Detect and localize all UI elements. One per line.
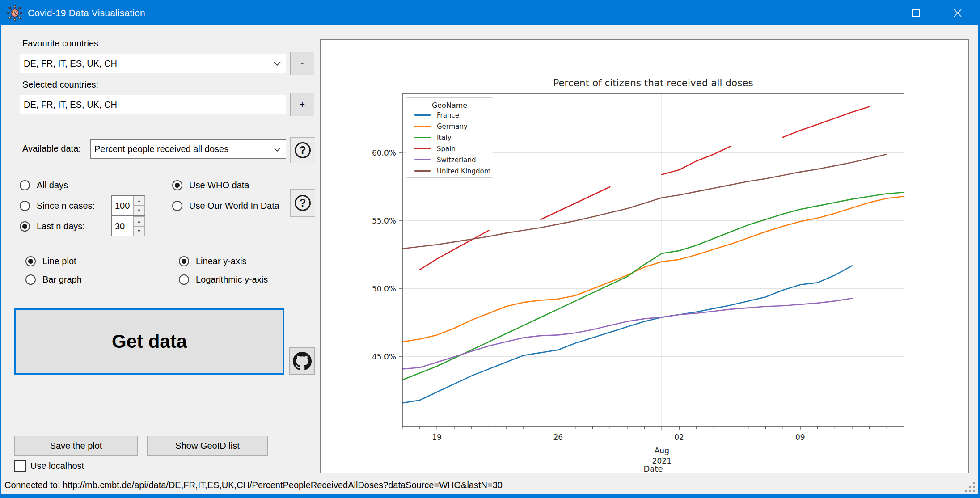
legend-swatch <box>414 148 431 149</box>
radio-row-log-y: Logarithmic y-axis <box>179 274 268 286</box>
line-plot-label: Line plot <box>42 256 76 266</box>
legend-swatch <box>414 114 431 116</box>
radio-row-bar-graph: Bar graph <box>25 274 82 286</box>
log-y-axis-radio[interactable] <box>179 274 189 285</box>
spinner-up-icon[interactable]: ▲ <box>133 196 145 206</box>
chart-panel: Percent of citizens that received all do… <box>320 39 969 473</box>
data-help-button[interactable]: ? <box>290 137 315 163</box>
use-owid-radio[interactable] <box>172 201 182 211</box>
linear-y-axis-label: Linear y-axis <box>196 256 246 266</box>
selected-countries-input[interactable] <box>20 95 286 114</box>
close-button[interactable] <box>937 0 978 25</box>
radio-row-owid: Use Our World In Data <box>172 200 279 212</box>
last-n-days-label: Last n days: <box>37 221 85 232</box>
radio-row-since-n-cases: Since n cases: <box>20 200 95 212</box>
localhost-row: Use localhost <box>14 460 84 472</box>
linear-y-axis-radio[interactable] <box>179 256 189 266</box>
radio-row-line-plot: Line plot <box>25 255 76 267</box>
legend-label: United Kingdom <box>437 167 490 175</box>
svg-text:50.0%: 50.0% <box>372 284 396 293</box>
favourite-countries-combobox[interactable]: DE, FR, IT, ES, UK, CH <box>20 54 286 73</box>
save-plot-button[interactable]: Save the plot <box>14 436 138 456</box>
all-days-label: All days <box>37 180 68 190</box>
svg-text:60.0%: 60.0% <box>372 148 396 157</box>
line-plot-radio[interactable] <box>25 256 36 266</box>
use-localhost-label: Use localhost <box>30 461 84 471</box>
since-n-cases-spinner[interactable]: 100 ▲▼ <box>111 195 145 216</box>
question-mark-icon: ? <box>295 195 311 211</box>
get-data-button[interactable]: Get data <box>14 308 284 375</box>
window-title: Covid-19 Data Visualisation <box>28 8 145 18</box>
bar-graph-radio[interactable] <box>25 274 36 285</box>
bar-graph-label: Bar graph <box>42 274 82 285</box>
legend-item: Germany <box>406 121 493 132</box>
legend-item: United Kingdom <box>406 165 493 177</box>
virus-icon <box>7 5 22 21</box>
legend-item: France <box>406 110 493 121</box>
available-data-value: Percent people received all doses <box>94 144 228 154</box>
spinner-down-icon[interactable]: ▼ <box>133 206 145 215</box>
svg-text:Date: Date <box>643 464 663 473</box>
chart-legend: GeoName FranceGermanyItalySpainSwitzerla… <box>406 97 493 178</box>
svg-text:55.0%: 55.0% <box>372 216 396 225</box>
spinner-up-icon[interactable]: ▲ <box>133 216 145 226</box>
last-n-days-value: 30 <box>112 216 133 236</box>
svg-text:Percent of citizens that recei: Percent of citizens that received all do… <box>553 77 753 89</box>
use-who-data-label: Use WHO data <box>189 180 249 190</box>
selected-countries-label: Selected countries: <box>22 80 98 90</box>
github-icon <box>293 352 312 371</box>
legend-swatch <box>414 159 431 160</box>
legend-label: Italy <box>437 134 452 142</box>
legend-swatch <box>414 170 431 172</box>
add-country-button[interactable]: + <box>290 93 314 116</box>
available-data-combobox[interactable]: Percent people received all doses <box>90 139 286 159</box>
legend-item: Switzerland <box>406 154 493 165</box>
github-button[interactable] <box>289 347 315 375</box>
use-localhost-checkbox[interactable] <box>14 460 26 472</box>
svg-text:45.0%: 45.0% <box>372 352 396 361</box>
legend-title: GeoName <box>406 101 493 110</box>
radio-row-linear-y: Linear y-axis <box>179 255 246 267</box>
legend-label: France <box>437 111 459 119</box>
main-area: Favourite countries: DE, FR, IT, ES, UK,… <box>1 25 978 476</box>
status-bar: Connected to: http://mb.cmbt.de/api/data… <box>1 476 978 494</box>
maximize-button[interactable] <box>895 0 937 25</box>
chevron-down-icon <box>273 59 281 69</box>
radio-row-who: Use WHO data <box>172 179 249 191</box>
show-geoid-button[interactable]: Show GeoID list <box>147 436 268 456</box>
favourite-countries-label: Favourite countries: <box>22 38 101 49</box>
minimize-button[interactable] <box>853 0 895 25</box>
svg-text:02: 02 <box>674 433 684 442</box>
window-bottom-border <box>1 494 978 498</box>
legend-label: Spain <box>437 145 456 153</box>
legend-label: Germany <box>437 122 468 131</box>
legend-item: Spain <box>406 143 493 154</box>
remove-country-button[interactable]: - <box>290 52 314 75</box>
app-window: Covid-19 Data Visualisation Favourite co… <box>0 0 980 498</box>
spinner-down-icon[interactable]: ▼ <box>133 226 145 236</box>
svg-text:09: 09 <box>795 433 805 442</box>
use-who-data-radio[interactable] <box>172 180 182 190</box>
window-controls <box>853 0 978 25</box>
source-help-button[interactable]: ? <box>290 189 315 217</box>
titlebar: Covid-19 Data Visualisation <box>1 0 978 25</box>
chevron-down-icon <box>273 144 281 154</box>
legend-swatch <box>414 126 431 127</box>
svg-text:Aug: Aug <box>655 446 669 455</box>
all-days-radio[interactable] <box>20 180 30 190</box>
status-text: Connected to: http://mb.cmbt.de/api/data… <box>4 480 503 490</box>
svg-text:19: 19 <box>432 433 442 442</box>
question-mark-icon: ? <box>295 142 311 158</box>
svg-text:26: 26 <box>553 433 563 442</box>
since-n-cases-value: 100 <box>112 196 133 215</box>
resize-grip[interactable] <box>965 481 976 493</box>
last-n-days-spinner[interactable]: 30 ▲▼ <box>111 216 145 236</box>
radio-row-last-n-days: Last n days: <box>20 220 85 232</box>
last-n-days-radio[interactable] <box>20 221 30 232</box>
use-owid-label: Use Our World In Data <box>189 201 279 211</box>
legend-item: Italy <box>406 132 493 143</box>
available-data-label: Available data: <box>22 143 81 154</box>
since-n-cases-radio[interactable] <box>20 201 30 211</box>
legend-label: Switzerland <box>437 156 476 164</box>
log-y-axis-label: Logarithmic y-axis <box>196 274 268 285</box>
